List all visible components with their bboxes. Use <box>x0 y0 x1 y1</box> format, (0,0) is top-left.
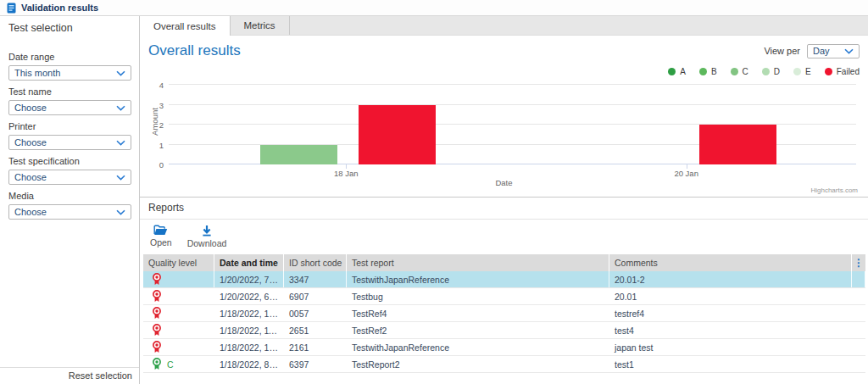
legend-item-failed[interactable]: Failed <box>825 67 860 76</box>
table-options-kebab-icon[interactable]: ⋮ <box>852 254 865 271</box>
legend-item-d[interactable]: D <box>762 67 780 76</box>
cell-comments: test4 <box>609 322 852 338</box>
printer-value: Choose <box>14 137 47 147</box>
view-per-value: Day <box>813 46 830 56</box>
table-row[interactable]: 1/20/2022, 7:00:303347TestwithJapanRefer… <box>143 271 865 288</box>
media-label: Media <box>8 191 131 201</box>
cell-id-short-code: 2651 <box>284 322 347 338</box>
cell-quality-level <box>143 288 214 304</box>
printer-label: Printer <box>8 121 131 131</box>
quality-medal-icon <box>152 358 162 370</box>
chart-plot: 18 Jan20 Jan <box>169 85 856 164</box>
table-row[interactable]: 1/18/2022, 11:56:232651TestRef2test4 <box>143 322 865 339</box>
media-select[interactable]: Choose <box>8 204 131 220</box>
test-name-value: Choose <box>14 103 47 113</box>
download-button-label: Download <box>187 238 227 248</box>
test-specification-label: Test specification <box>8 156 131 166</box>
legend-dot-icon <box>793 68 801 75</box>
legend-dot-icon <box>762 68 770 75</box>
gridline <box>169 104 856 105</box>
cell-row-end <box>852 271 865 287</box>
sidebar-fields: Date rangeThis monthTest nameChoosePrint… <box>0 34 139 220</box>
cell-date-and-time: 1/20/2022, 7:00:30 <box>214 271 284 287</box>
table-row[interactable]: 1/18/2022, 10:32:342161TestwithJapanRefe… <box>143 339 865 356</box>
test-specification-select[interactable]: Choose <box>8 170 131 185</box>
cell-row-end <box>852 288 865 304</box>
column-quality-level[interactable]: Quality level <box>143 254 214 271</box>
cell-comments: testref4 <box>609 305 852 321</box>
test-name-label: Test name <box>8 86 131 97</box>
chart-bar-failed-20jan[interactable] <box>699 125 776 164</box>
cell-comments: 20.01 <box>609 288 852 304</box>
cell-quality-level <box>143 322 214 338</box>
date-range-select[interactable]: This month <box>8 65 131 81</box>
cell-id-short-code: 3347 <box>284 271 347 287</box>
x-axis-title: Date <box>495 178 512 187</box>
cell-date-and-time: 1/18/2022, 11:56:23 <box>214 322 284 338</box>
printer-select[interactable]: Choose <box>8 135 131 150</box>
cell-test-report: Testbug <box>347 288 609 304</box>
cell-id-short-code: 0057 <box>284 305 347 321</box>
cell-id-short-code: 6907 <box>284 288 347 304</box>
highcharts-credit[interactable]: Highcharts.com <box>810 186 858 194</box>
cell-test-report: TestwithJapanReference <box>347 271 609 287</box>
view-per-label: View per <box>764 46 800 56</box>
legend-item-b[interactable]: B <box>699 67 717 76</box>
cell-row-end <box>852 305 865 321</box>
y-axis-tick-label: 0 <box>148 160 164 170</box>
legend-label: C <box>743 67 748 76</box>
chart-bar-failed-18jan[interactable] <box>359 105 436 165</box>
open-button-label: Open <box>150 237 172 248</box>
view-per-select[interactable]: Day <box>807 44 860 58</box>
column-comments[interactable]: Comments <box>609 254 852 271</box>
open-button[interactable]: Open <box>150 225 172 248</box>
tab-overall-results[interactable]: Overall results <box>140 16 231 36</box>
field-date-range: Date rangeThis month <box>8 52 131 81</box>
quality-medal-icon <box>152 290 162 303</box>
field-test-name: Test nameChoose <box>8 86 131 115</box>
cell-comments: test1 <box>609 356 852 372</box>
chart-bar-c-18jan[interactable] <box>260 145 337 165</box>
cell-date-and-time: 1/18/2022, 12:30:57 <box>214 305 284 321</box>
chart-legend: ABCDEFailed <box>148 67 860 76</box>
field-test-specification: Test specificationChoose <box>8 156 131 185</box>
sidebar-title: Test selection <box>0 16 139 34</box>
y-axis-tick-label: 1 <box>148 141 164 150</box>
quality-medal-icon <box>152 341 162 353</box>
x-axis-tick-label: 18 Jan <box>334 169 359 178</box>
cell-test-report: TestReport2 <box>347 356 609 372</box>
tab-bar: Overall results Metrics <box>140 16 868 36</box>
cell-test-report: TestRef2 <box>347 322 609 338</box>
y-axis-tick-label: 4 <box>148 81 164 90</box>
x-axis-tick-label: 20 Jan <box>674 169 698 178</box>
table-header-row: Quality level Date and time ID short cod… <box>143 254 865 271</box>
column-date-and-time[interactable]: Date and time <box>214 254 284 271</box>
table-row[interactable]: 1/18/2022, 12:30:570057TestRef4testref4 <box>143 305 865 322</box>
table-row[interactable]: 1/20/2022, 6:42:136907Testbug20.01 <box>143 288 865 305</box>
table-body: 1/20/2022, 7:00:303347TestwithJapanRefer… <box>143 271 865 373</box>
chevron-down-icon <box>116 209 125 215</box>
test-name-select[interactable]: Choose <box>8 100 131 115</box>
column-id-short-code[interactable]: ID short code <box>284 254 347 271</box>
table-row[interactable]: C1/18/2022, 8:08:006397TestReport2test1 <box>143 356 865 373</box>
cell-id-short-code: 6397 <box>284 356 347 372</box>
legend-item-c[interactable]: C <box>731 67 748 76</box>
legend-label: A <box>680 67 686 76</box>
quality-medal-icon <box>152 307 162 320</box>
column-test-report[interactable]: Test report <box>347 254 609 271</box>
reset-selection-link[interactable]: Reset selection <box>0 367 139 384</box>
open-folder-icon <box>153 225 168 236</box>
download-icon <box>201 225 213 237</box>
legend-item-e[interactable]: E <box>793 67 811 76</box>
reports-title: Reports <box>140 198 868 220</box>
cell-comments: japan test <box>609 339 852 355</box>
legend-label: Failed <box>837 67 860 76</box>
download-button[interactable]: Download <box>187 225 227 248</box>
legend-label: B <box>711 67 717 76</box>
overall-results-chart: Amount 18 Jan20 Jan Date Highcharts.com … <box>148 80 860 195</box>
cell-row-end <box>852 339 865 355</box>
test-selection-panel: Test selection Date rangeThis monthTest … <box>0 16 140 384</box>
app-report-icon <box>7 3 16 14</box>
legend-item-a[interactable]: A <box>668 67 686 76</box>
tab-metrics[interactable]: Metrics <box>231 16 290 35</box>
